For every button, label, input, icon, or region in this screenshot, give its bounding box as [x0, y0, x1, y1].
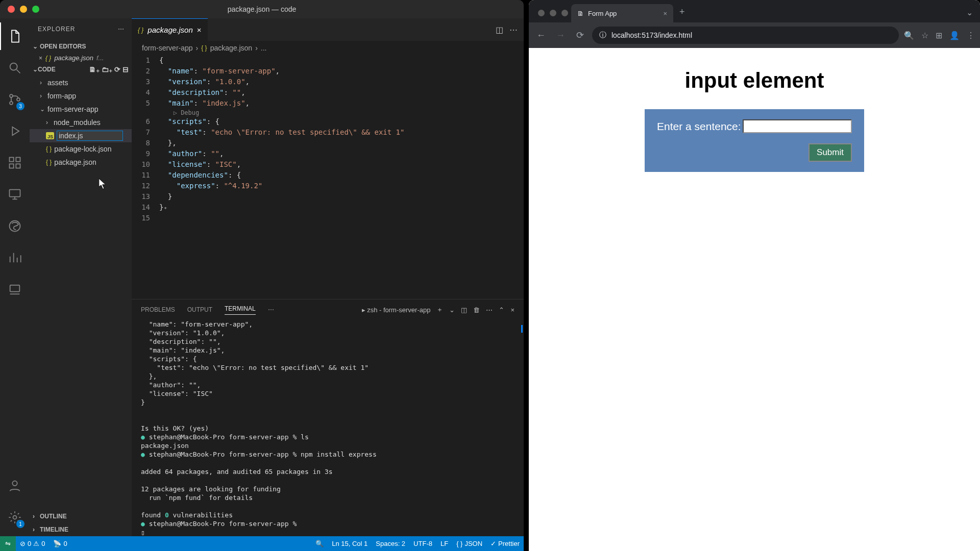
breadcrumb[interactable]: form-server-app› { } package.json› ...: [132, 41, 524, 55]
kill-terminal-icon[interactable]: 🗑: [473, 306, 480, 314]
remote-explorer-button[interactable]: [0, 181, 30, 208]
settings-badge: 1: [16, 520, 24, 528]
search-view-button[interactable]: [0, 54, 30, 82]
terminal-dropdown-icon[interactable]: ⌄: [449, 306, 455, 314]
page-content: input element Enter a sentence: Submit: [529, 48, 980, 551]
sentence-input[interactable]: [743, 119, 852, 133]
vscode-titlebar: package.json — code: [0, 0, 524, 18]
vscode-window: package.json — code 3 1 EXPLORER ⋯ ⌄OPEN…: [0, 0, 524, 551]
status-prettier[interactable]: ✓ Prettier: [486, 540, 524, 547]
code-folder-header[interactable]: ⌄CODE 🗎₊ 🗀₊ ⟳ ⊟: [30, 63, 132, 76]
minimize-window-button[interactable]: [20, 6, 27, 13]
explorer-more-icon[interactable]: ⋯: [118, 26, 125, 33]
graph-button[interactable]: [0, 244, 30, 271]
activity-bar: 3 1: [0, 18, 30, 536]
panel-more-icon[interactable]: ⋯: [268, 306, 274, 313]
edge-tools-button[interactable]: [0, 212, 30, 240]
status-errors[interactable]: ⊘ 0 ⚠ 0: [16, 540, 49, 547]
maximize-panel-icon[interactable]: ⌃: [499, 306, 504, 314]
folder-form-app[interactable]: ›form-app: [30, 89, 132, 103]
submit-button[interactable]: Submit: [808, 143, 852, 162]
extensions-button[interactable]: [0, 149, 30, 177]
browser-minimize-button[interactable]: [550, 10, 556, 16]
browser-menu-icon[interactable]: ⋮: [967, 31, 975, 40]
svg-point-3: [17, 98, 20, 101]
status-eol[interactable]: LF: [436, 540, 452, 547]
site-info-icon[interactable]: ⓘ: [599, 31, 606, 40]
status-search-icon[interactable]: 🔍: [311, 540, 328, 547]
new-terminal-icon[interactable]: ＋: [436, 305, 443, 314]
editor-tab-bar: { } package.json × ◫ ⋯: [132, 18, 524, 41]
new-file-rename-row: JS: [30, 129, 132, 142]
source-control-button[interactable]: 3: [0, 86, 30, 113]
tab-output[interactable]: OUTPUT: [187, 306, 212, 313]
collapse-icon[interactable]: ⊟: [122, 65, 129, 73]
status-language[interactable]: { } JSON: [452, 540, 486, 547]
close-editor-icon[interactable]: ×: [39, 55, 42, 62]
open-editor-item[interactable]: × { } package.json f...: [30, 53, 132, 63]
folder-form-server-app[interactable]: ⌄form-server-app: [30, 103, 132, 116]
browser-tab[interactable]: 🗎 Form App ×: [571, 4, 673, 22]
url-bar[interactable]: ⓘ localhost:5173/index.html: [592, 27, 899, 44]
status-indent[interactable]: Spaces: 2: [372, 540, 409, 547]
panel-overflow-icon[interactable]: ⋯: [486, 306, 493, 314]
terminal-shell-label[interactable]: ▸ zsh - form-server-app: [362, 306, 431, 314]
split-editor-icon[interactable]: ◫: [496, 25, 503, 35]
folder-node-modules[interactable]: ›node_modules: [30, 116, 132, 129]
timeline-header[interactable]: ›TIMELINE: [30, 523, 132, 536]
close-tab-icon[interactable]: ×: [197, 26, 202, 34]
open-editors-header[interactable]: ⌄OPEN EDITORS: [30, 40, 132, 53]
status-encoding[interactable]: UTF-8: [409, 540, 436, 547]
panel-tabs: PROBLEMS OUTPUT TERMINAL ⋯ ▸ zsh - form-…: [132, 299, 524, 320]
json-file-icon: { }: [46, 145, 52, 153]
close-window-button[interactable]: [8, 6, 15, 13]
reload-button[interactable]: ⟳: [573, 30, 587, 41]
status-cursor-pos[interactable]: Ln 15, Col 1: [328, 540, 372, 547]
back-button[interactable]: ←: [534, 30, 548, 41]
terminal-scrollbar[interactable]: [521, 325, 523, 333]
tab-terminal[interactable]: TERMINAL: [225, 305, 256, 315]
new-tab-button[interactable]: +: [673, 7, 691, 22]
new-folder-icon[interactable]: 🗀₊: [102, 65, 112, 73]
file-package-lock[interactable]: { }package-lock.json: [30, 142, 132, 156]
terminal-content[interactable]: "name": "form-server-app", "version": "1…: [132, 320, 524, 536]
outline-header[interactable]: ›OUTLINE: [30, 510, 132, 523]
refresh-icon[interactable]: ⟳: [114, 65, 120, 73]
debug-codelens[interactable]: ▷ Debug: [159, 109, 199, 116]
account-button[interactable]: [0, 472, 30, 499]
ports-button[interactable]: [0, 276, 30, 303]
browser-maximize-button[interactable]: [561, 10, 568, 16]
profile-icon[interactable]: 👤: [949, 31, 960, 40]
run-debug-button[interactable]: [0, 117, 30, 145]
new-file-icon[interactable]: 🗎₊: [89, 65, 100, 73]
folder-assets[interactable]: ›assets: [30, 76, 132, 89]
file-package-json[interactable]: { }package.json: [30, 156, 132, 169]
close-panel-icon[interactable]: ×: [510, 306, 514, 314]
window-title: package.json — code: [228, 5, 297, 13]
install-app-icon[interactable]: ⊞: [936, 31, 942, 40]
bookmark-star-icon[interactable]: ☆: [921, 31, 928, 40]
split-terminal-icon[interactable]: ◫: [461, 306, 467, 314]
editor-tab-package-json[interactable]: { } package.json ×: [132, 18, 208, 41]
tab-problems[interactable]: PROBLEMS: [141, 306, 175, 313]
settings-gear-button[interactable]: 1: [0, 504, 30, 531]
svg-point-1: [10, 94, 13, 97]
remote-indicator[interactable]: ⇋: [0, 536, 16, 551]
browser-window-controls: [535, 10, 571, 22]
browser-close-button[interactable]: [538, 10, 545, 16]
browser-tab-title: Form App: [588, 10, 617, 17]
code-editor[interactable]: 123456789101112131415 { "name": "form-se…: [132, 55, 524, 299]
explorer-view-button[interactable]: [0, 22, 30, 50]
copilot-sparkle-icon[interactable]: ✦: [163, 204, 167, 211]
forward-button[interactable]: →: [553, 30, 568, 41]
page-favicon: 🗎: [577, 10, 584, 17]
zoom-icon[interactable]: 🔍: [904, 31, 914, 40]
close-tab-icon[interactable]: ×: [663, 10, 667, 17]
new-file-name-input[interactable]: [57, 131, 123, 141]
status-ports[interactable]: 📡 0: [49, 540, 71, 547]
maximize-window-button[interactable]: [32, 6, 39, 13]
editor-more-icon[interactable]: ⋯: [509, 25, 518, 35]
chevron-down-icon[interactable]: ⌄: [966, 8, 980, 22]
browser-window: 🗎 Form App × + ⌄ ← → ⟳ ⓘ localhost:5173/…: [529, 0, 980, 551]
explorer-actions: 🗎₊ 🗀₊ ⟳ ⊟: [89, 65, 129, 73]
